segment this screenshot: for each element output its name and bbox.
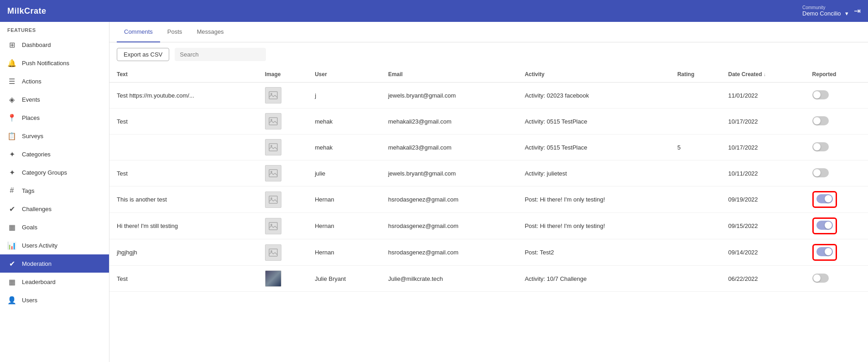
col-header-text: Text	[109, 67, 258, 83]
layout: Features ⊞ Dashboard 🔔 Push Notification…	[0, 22, 868, 362]
community-select[interactable]: Demo Concilio	[802, 10, 848, 17]
cell-email: hsrodasgenez@gmail.com	[381, 186, 517, 213]
col-header-activity: Activity	[517, 67, 670, 83]
actions-icon: ☰	[7, 77, 16, 86]
cell-reported[interactable]	[805, 83, 868, 109]
reported-toggle[interactable]	[812, 168, 829, 177]
reported-toggle[interactable]	[812, 274, 829, 283]
sidebar-item-places[interactable]: 📍 Places	[0, 109, 109, 127]
cell-date-created: 06/22/2022	[721, 266, 805, 292]
dashboard-icon: ⊞	[7, 40, 16, 49]
cell-user: Hernan	[307, 213, 381, 239]
cell-image	[258, 239, 307, 266]
sidebar-item-challenges[interactable]: ✔ Challenges	[0, 200, 109, 218]
cell-date-created: 09/15/2022	[721, 213, 805, 239]
sidebar-item-actions[interactable]: ☰ Actions	[0, 72, 109, 90]
svg-rect-8	[269, 196, 277, 203]
image-placeholder	[265, 87, 281, 103]
cell-image	[258, 109, 307, 134]
sidebar-item-label: Dashboard	[22, 41, 51, 48]
tags-icon: #	[7, 186, 16, 195]
col-header-user: User	[307, 67, 381, 83]
reported-toggle[interactable]	[816, 194, 833, 203]
comments-table: Text Image User Email Activity Rating Da…	[109, 67, 868, 292]
sidebar-item-goals[interactable]: ▦ Goals	[0, 218, 109, 236]
cell-rating	[670, 266, 721, 292]
reported-toggle[interactable]	[812, 116, 829, 125]
cell-date-created: 10/17/2022	[721, 134, 805, 160]
image-placeholder	[265, 218, 281, 234]
cell-activity: Post: Hi there! I'm only testing!	[517, 186, 670, 213]
sidebar-item-label: Challenges	[22, 206, 52, 212]
cell-text: Test	[109, 160, 258, 186]
export-csv-button[interactable]: Export as CSV	[117, 48, 169, 61]
table-header-row: Text Image User Email Activity Rating Da…	[109, 67, 868, 83]
cell-email: jewels.bryant@gmail.com	[381, 83, 517, 109]
sidebar-item-label: Categories	[22, 151, 51, 158]
cell-rating: 5	[670, 134, 721, 160]
topbar: MilkCrate Community Demo Concilio ⇥	[0, 0, 868, 22]
cell-email: mehakali23@gmail.com	[381, 134, 517, 160]
cell-reported[interactable]	[805, 266, 868, 292]
logout-icon[interactable]: ⇥	[854, 6, 861, 16]
search-input[interactable]	[175, 48, 266, 61]
reported-toggle[interactable]	[816, 247, 833, 256]
svg-rect-10	[269, 222, 277, 230]
image-icon	[269, 117, 278, 125]
users-activity-icon: 📊	[7, 241, 16, 250]
community-selector[interactable]: Community Demo Concilio	[802, 5, 848, 17]
events-icon: ◈	[7, 95, 16, 104]
cell-activity: Activity: julietest	[517, 160, 670, 186]
cell-reported[interactable]	[805, 213, 868, 239]
cell-email: hsrodasgenez@gmail.com	[381, 239, 517, 266]
svg-rect-2	[269, 118, 277, 125]
sidebar-item-categories[interactable]: ✦ Categories	[0, 145, 109, 163]
cell-reported[interactable]	[805, 186, 868, 213]
sidebar-item-events[interactable]: ◈ Events	[0, 90, 109, 109]
category-groups-icon: ✦	[7, 168, 16, 177]
image-icon	[269, 196, 278, 204]
highlight-box	[812, 244, 837, 261]
tab-messages[interactable]: Messages	[189, 22, 231, 42]
tab-comments[interactable]: Comments	[117, 22, 160, 42]
cell-reported[interactable]	[805, 109, 868, 134]
cell-user: Hernan	[307, 239, 381, 266]
sidebar-item-category-groups[interactable]: ✦ Category Groups	[0, 163, 109, 181]
bell-icon: 🔔	[7, 58, 16, 67]
sidebar-item-leaderboard[interactable]: ▦ Leaderboard	[0, 273, 109, 291]
challenges-icon: ✔	[7, 204, 16, 213]
cell-text: Test https://m.youtube.com/...	[109, 83, 258, 109]
cell-image	[258, 83, 307, 109]
reported-toggle[interactable]	[816, 221, 833, 230]
svg-rect-12	[269, 249, 277, 256]
col-header-date-created[interactable]: Date Created ↓	[721, 67, 805, 83]
sidebar-item-users[interactable]: 👤 Users	[0, 291, 109, 309]
sidebar-item-users-activity[interactable]: 📊 Users Activity	[0, 236, 109, 254]
reported-toggle[interactable]	[812, 142, 829, 151]
cell-rating	[670, 239, 721, 266]
sidebar-item-tags[interactable]: # Tags	[0, 181, 109, 200]
community-dropdown-wrapper[interactable]: Demo Concilio	[802, 10, 848, 17]
sidebar-item-label: Actions	[22, 78, 42, 85]
sidebar-item-surveys[interactable]: 📋 Surveys	[0, 127, 109, 145]
cell-date-created: 10/11/2022	[721, 160, 805, 186]
sidebar-item-label: Tags	[22, 187, 34, 194]
sidebar-item-push-notifications[interactable]: 🔔 Push Notifications	[0, 54, 109, 72]
cell-reported[interactable]	[805, 134, 868, 160]
cell-reported[interactable]	[805, 160, 868, 186]
reported-toggle[interactable]	[812, 90, 829, 99]
cell-text: Test	[109, 266, 258, 292]
tab-posts[interactable]: Posts	[160, 22, 190, 42]
sidebar-item-moderation[interactable]: ✔ Moderation	[0, 254, 109, 273]
places-icon: 📍	[7, 113, 16, 122]
sidebar-item-dashboard[interactable]: ⊞ Dashboard	[0, 36, 109, 54]
table-row: This is another testHernanhsrodasgenez@g…	[109, 186, 868, 213]
cell-reported[interactable]	[805, 239, 868, 266]
image-thumbnail	[265, 270, 281, 287]
cell-rating	[670, 83, 721, 109]
table-row: mehakmehakali23@gmail.comActivity: 0515 …	[109, 134, 868, 160]
highlight-box	[812, 191, 837, 208]
sidebar-item-label: Places	[22, 114, 40, 121]
sidebar-item-label: Users Activity	[22, 242, 57, 249]
col-header-rating: Rating	[670, 67, 721, 83]
